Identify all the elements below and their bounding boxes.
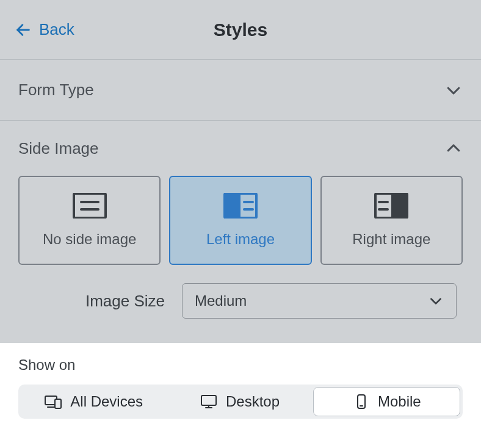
segment-desktop[interactable]: Desktop (167, 387, 313, 416)
segment-label: Desktop (226, 393, 280, 410)
option-left-image[interactable]: Left image (169, 176, 311, 265)
image-size-select[interactable]: Medium (182, 283, 457, 319)
left-image-icon (222, 193, 259, 219)
mobile-icon (352, 394, 369, 409)
segment-all-devices[interactable]: All Devices (21, 387, 167, 416)
section-label-form-type: Form Type (18, 81, 94, 99)
svg-rect-9 (391, 193, 407, 218)
image-size-label: Image Size (85, 292, 165, 311)
arrow-left-icon (15, 21, 32, 38)
segment-label: Mobile (378, 393, 421, 410)
option-label: Left image (206, 231, 275, 248)
no-side-image-icon (71, 193, 108, 219)
segment-label: All Devices (70, 393, 143, 410)
chevron-down-icon (444, 81, 463, 99)
desktop-icon (200, 394, 217, 409)
back-label: Back (39, 20, 74, 39)
option-no-side-image[interactable]: No side image (18, 176, 161, 265)
show-on-segmented-control: All Devices Desktop Mobile (18, 385, 463, 419)
svg-rect-14 (55, 399, 61, 408)
svg-rect-1 (74, 193, 106, 218)
chevron-down-icon (428, 293, 444, 309)
section-side-image[interactable]: Side Image (0, 121, 481, 176)
image-size-field: Image Size Medium (0, 283, 481, 343)
back-button[interactable]: Back (15, 20, 74, 39)
section-form-type[interactable]: Form Type (0, 60, 481, 121)
header: Back Styles (0, 0, 481, 60)
svg-rect-15 (201, 396, 216, 405)
side-image-options: No side image Left image Right image (0, 176, 481, 283)
svg-rect-5 (225, 193, 240, 218)
option-label: Right image (352, 231, 430, 248)
section-label-side-image: Side Image (18, 139, 99, 158)
option-label: No side image (43, 231, 136, 248)
show-on-label: Show on (18, 356, 463, 374)
chevron-up-icon (444, 139, 463, 157)
show-on-panel: Show on All Devices Desktop Mobile (0, 343, 481, 443)
option-right-image[interactable]: Right image (320, 176, 463, 265)
devices-icon (45, 394, 62, 409)
right-image-icon (373, 193, 410, 219)
segment-mobile[interactable]: Mobile (313, 387, 460, 416)
image-size-value: Medium (195, 292, 247, 309)
